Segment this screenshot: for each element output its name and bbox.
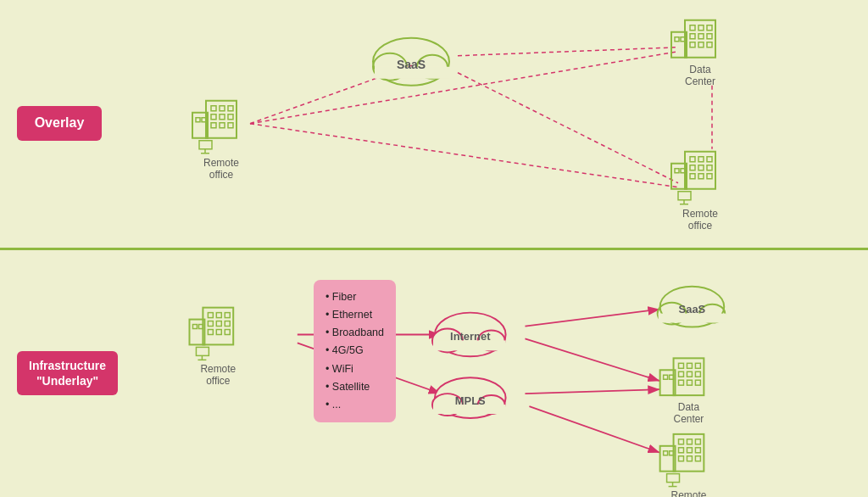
- svg-text:Data: Data: [678, 401, 700, 413]
- underlay-label: Infrastructure"Underlay": [17, 351, 118, 395]
- svg-line-65: [525, 309, 659, 326]
- svg-point-94: [478, 395, 505, 414]
- svg-rect-51: [690, 174, 695, 179]
- svg-rect-29: [685, 20, 715, 58]
- svg-point-99: [699, 304, 725, 322]
- svg-rect-14: [220, 123, 225, 128]
- svg-rect-126: [695, 455, 700, 461]
- svg-rect-130: [667, 473, 680, 482]
- svg-rect-7: [211, 106, 216, 111]
- svg-rect-56: [681, 169, 685, 173]
- svg-rect-49: [698, 165, 704, 170]
- svg-rect-95: [433, 405, 506, 414]
- svg-rect-30: [690, 25, 695, 31]
- svg-line-3: [458, 47, 678, 56]
- underlay-connections: Remote office Internet MPLS: [0, 250, 868, 498]
- svg-line-68: [529, 406, 659, 453]
- svg-rect-125: [687, 455, 692, 461]
- svg-rect-111: [695, 380, 700, 385]
- svg-text:office: office: [209, 169, 234, 181]
- svg-rect-124: [679, 455, 684, 461]
- svg-rect-55: [675, 169, 679, 173]
- svg-text:office: office: [688, 220, 713, 232]
- underlay-section: Infrastructure"Underlay" • Fiber • Ether…: [0, 250, 868, 498]
- svg-rect-73: [208, 321, 213, 326]
- svg-rect-117: [674, 433, 704, 471]
- svg-line-2: [250, 124, 678, 187]
- svg-rect-108: [695, 371, 700, 377]
- svg-rect-16: [192, 113, 208, 138]
- svg-text:Remote: Remote: [200, 363, 236, 375]
- svg-point-98: [658, 302, 687, 324]
- svg-line-4: [458, 73, 678, 183]
- svg-rect-33: [690, 34, 695, 39]
- svg-rect-75: [225, 321, 230, 326]
- svg-rect-47: [707, 157, 712, 162]
- svg-rect-119: [687, 438, 692, 444]
- svg-point-24: [373, 38, 449, 86]
- svg-point-25: [373, 53, 407, 81]
- svg-rect-13: [211, 123, 216, 128]
- svg-text:MPLS: MPLS: [455, 394, 486, 407]
- svg-rect-53: [707, 174, 712, 179]
- svg-rect-8: [220, 106, 225, 111]
- svg-rect-40: [675, 37, 679, 42]
- svg-line-0: [250, 64, 415, 124]
- svg-text:office: office: [206, 375, 231, 387]
- svg-line-67: [525, 389, 659, 394]
- svg-rect-44: [685, 152, 715, 189]
- svg-rect-19: [199, 141, 212, 149]
- svg-rect-100: [659, 313, 726, 322]
- svg-rect-39: [671, 32, 687, 58]
- svg-rect-52: [698, 174, 704, 179]
- svg-rect-113: [664, 375, 668, 379]
- svg-line-66: [525, 338, 659, 381]
- svg-rect-105: [695, 363, 700, 368]
- svg-rect-69: [203, 307, 233, 344]
- svg-rect-82: [196, 347, 209, 355]
- overlay-label: Overlay: [17, 106, 102, 141]
- svg-text:SaaS: SaaS: [397, 58, 426, 71]
- svg-rect-48: [690, 165, 695, 170]
- svg-rect-15: [228, 123, 233, 128]
- svg-rect-46: [698, 157, 704, 162]
- svg-rect-107: [687, 371, 692, 377]
- connection-types-box: • Fiber • Ethernet • Broadband • 4G/5G •…: [314, 280, 396, 423]
- svg-rect-90: [433, 340, 506, 350]
- svg-point-87: [435, 312, 506, 356]
- svg-text:Center: Center: [674, 412, 704, 424]
- svg-text:Remote: Remote: [682, 208, 718, 220]
- svg-rect-104: [687, 363, 692, 368]
- svg-rect-72: [225, 312, 230, 317]
- svg-rect-36: [690, 42, 695, 47]
- svg-rect-6: [206, 101, 236, 138]
- svg-text:Data: Data: [689, 64, 711, 75]
- svg-point-88: [432, 328, 463, 352]
- svg-rect-129: [670, 450, 674, 455]
- svg-rect-120: [695, 438, 700, 444]
- svg-text:Center: Center: [685, 75, 715, 87]
- svg-text:Internet: Internet: [450, 330, 491, 343]
- svg-rect-74: [216, 321, 221, 326]
- svg-point-26: [417, 55, 448, 79]
- svg-rect-127: [660, 445, 676, 471]
- svg-rect-128: [664, 450, 668, 455]
- svg-point-92: [435, 377, 506, 418]
- svg-rect-123: [695, 447, 700, 452]
- svg-text:Remote: Remote: [203, 157, 239, 169]
- svg-rect-112: [660, 370, 676, 395]
- svg-rect-110: [687, 380, 692, 385]
- svg-rect-121: [679, 447, 684, 452]
- svg-point-93: [432, 394, 463, 416]
- svg-rect-80: [192, 324, 197, 328]
- svg-rect-71: [216, 312, 221, 317]
- svg-point-89: [478, 330, 505, 350]
- svg-rect-41: [681, 37, 685, 42]
- svg-rect-27: [375, 67, 449, 79]
- main-container: Overlay: [0, 0, 868, 497]
- svg-rect-103: [679, 363, 684, 368]
- svg-rect-77: [216, 329, 221, 334]
- svg-rect-54: [671, 164, 687, 189]
- svg-rect-57: [678, 192, 691, 200]
- svg-rect-31: [698, 25, 704, 31]
